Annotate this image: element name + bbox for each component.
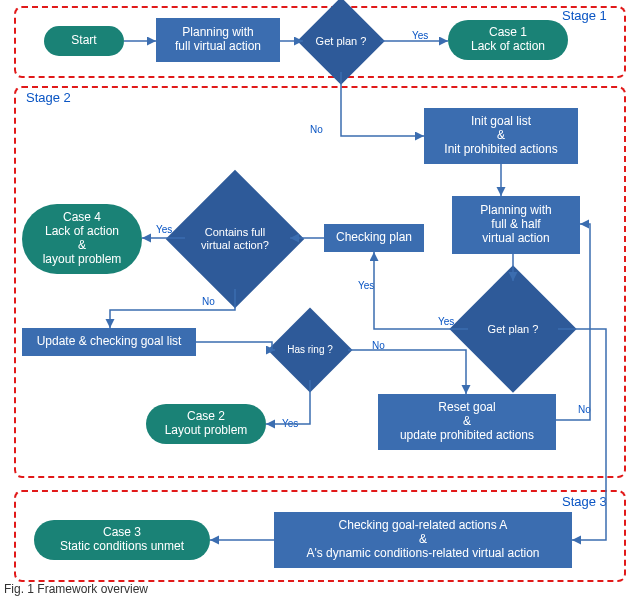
edge-yes-4: Yes: [438, 316, 454, 327]
stage-1-label: Stage 1: [562, 8, 607, 23]
update-goal-node: Update & checking goal list: [22, 328, 196, 356]
check-goal-related-node: Checking goal-related actions A & A's dy…: [274, 512, 572, 568]
plan-full-node: Planning with full virtual action: [156, 18, 280, 62]
edge-no-1: No: [310, 124, 323, 135]
edge-no-2: No: [202, 296, 215, 307]
edge-yes-5: Yes: [358, 280, 374, 291]
edge-yes-3: Yes: [282, 418, 298, 429]
contains-full-text: Contains full virtual action?: [186, 226, 284, 251]
get-plan-2-text: Get plan ?: [468, 323, 558, 336]
plan-full-half-node: Planning with full & half virtual action: [452, 196, 580, 254]
reset-goal-node: Reset goal & update prohibited actions: [378, 394, 556, 450]
contains-full-decision: Contains full virtual action?: [186, 190, 284, 288]
case-3-node: Case 3 Static conditions unmet: [34, 520, 210, 560]
get-plan-2-decision: Get plan ?: [468, 284, 558, 374]
init-goal-node: Init goal list & Init prohibited actions: [424, 108, 578, 164]
case-4-node: Case 4 Lack of action & layout problem: [22, 204, 142, 274]
case-2-node: Case 2 Layout problem: [146, 404, 266, 444]
edge-yes-2: Yes: [156, 224, 172, 235]
get-plan-1-text: Get plan ?: [310, 35, 372, 48]
get-plan-1-decision: Get plan ?: [310, 10, 372, 72]
stage-2-label: Stage 2: [26, 90, 71, 105]
edge-no-3: No: [372, 340, 385, 351]
stage-3-label: Stage 3: [562, 494, 607, 509]
edge-yes-1: Yes: [412, 30, 428, 41]
case-1-node: Case 1 Lack of action: [448, 20, 568, 60]
has-ring-decision: Has ring ?: [280, 320, 340, 380]
edge-no-4: No: [578, 404, 591, 415]
start-node: Start: [44, 26, 124, 56]
has-ring-text: Has ring ?: [280, 344, 340, 356]
figure-caption: Fig. 1 Framework overview: [4, 582, 148, 596]
checking-plan-node: Checking plan: [324, 224, 424, 252]
